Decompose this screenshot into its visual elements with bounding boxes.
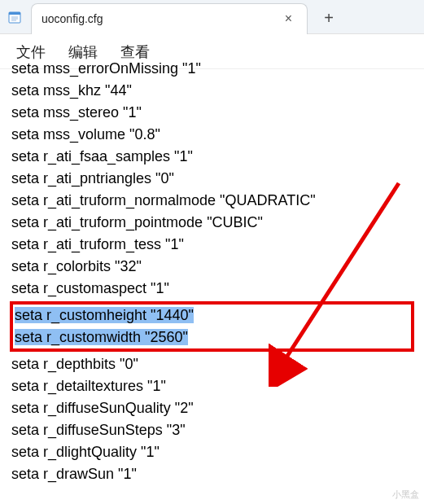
close-icon[interactable]: × xyxy=(280,10,297,28)
config-line: seta r_drawSun "1" xyxy=(11,463,413,485)
config-line: seta r_depthbits "0" xyxy=(11,353,413,375)
svg-rect-1 xyxy=(9,12,20,15)
config-line-highlight: seta r_customheight "1440" xyxy=(15,305,409,327)
config-line: seta r_customaspect "1" xyxy=(11,278,413,300)
tab-active[interactable]: uoconfig.cfg × xyxy=(31,3,308,34)
config-line: seta r_ati_truform_pointmode "CUBIC" xyxy=(11,212,413,234)
config-line: seta r_ati_truform_normalmode "QUADRATIC… xyxy=(11,190,413,212)
notepad-icon xyxy=(7,9,23,25)
config-line: seta r_ati_truform_tess "1" xyxy=(11,234,413,256)
new-tab-button[interactable]: + xyxy=(313,3,345,34)
config-line: seta r_diffuseSunQuality "2" xyxy=(11,397,413,419)
config-line: seta r_detailtextures "1" xyxy=(11,375,413,397)
watermark: 小黑盒 xyxy=(392,489,419,501)
tab-title: uoconfig.cfg xyxy=(42,12,103,25)
config-line: seta mss_stereo "1" xyxy=(11,102,413,124)
config-line: seta mss_khz "44" xyxy=(11,80,413,102)
annotation-box: seta r_customheight "1440" seta r_custom… xyxy=(10,301,414,352)
config-line: seta r_colorbits "32" xyxy=(11,256,413,278)
title-bar: uoconfig.cfg × + xyxy=(0,0,424,34)
config-line: seta r_ati_pntriangles "0" xyxy=(11,168,413,190)
config-line-highlight: seta r_customwidth "2560" xyxy=(15,327,409,348)
config-line: seta r_dlightQuality "1" xyxy=(11,441,413,463)
config-line: seta r_ati_fsaa_samples "1" xyxy=(11,146,413,168)
config-line: seta mss_volume "0.8" xyxy=(11,124,413,146)
highlighted-region: seta r_customheight "1440" seta r_custom… xyxy=(10,301,414,352)
text-editor[interactable]: seta mss_errorOnMissing "1" seta mss_khz… xyxy=(0,58,424,489)
config-line: seta mss_errorOnMissing "1" xyxy=(11,58,413,80)
config-line: seta r_diffuseSunSteps "3" xyxy=(11,419,413,441)
